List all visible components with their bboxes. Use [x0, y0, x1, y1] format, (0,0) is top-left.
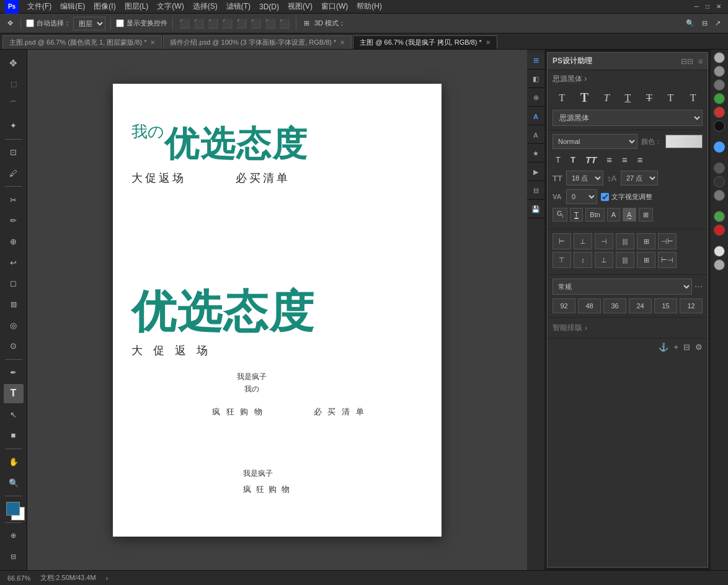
format-right-btn[interactable]: ≡ — [634, 153, 646, 167]
helper-tab-puzzle[interactable]: ⊕ — [527, 89, 544, 107]
brush-tool[interactable]: ✏ — [4, 211, 24, 231]
preset-size-12[interactable]: 12 — [680, 298, 703, 313]
grid-icon[interactable]: ⊞ — [301, 18, 312, 29]
align-top-btn[interactable]: ⊤ — [553, 252, 571, 268]
line-height-select[interactable]: 27 点 — [621, 171, 658, 185]
align-right-icon[interactable]: ⬛ — [206, 17, 220, 30]
helper-tab-star[interactable]: ★ — [527, 145, 544, 163]
font-style-regular[interactable]: T — [556, 89, 567, 106]
helper-tab-save[interactable]: 💾 — [527, 201, 544, 218]
view-mode-icon[interactable]: ⊟ — [699, 18, 710, 29]
screen-mode-tool[interactable]: ⊟ — [4, 547, 24, 566]
menu-file[interactable]: 文件(F) — [24, 0, 55, 13]
tab-plugin-psd[interactable]: 插件介绍.psd @ 100% (3 字体面板-字体设置, RGB/8) * ✕ — [163, 35, 352, 49]
auto-select-checkbox[interactable] — [26, 19, 34, 27]
pen-tool[interactable]: ✒ — [4, 363, 24, 383]
helper-tab-text-a[interactable]: A — [527, 108, 544, 125]
ps-helper-menu-icon[interactable]: ≡ — [698, 57, 703, 66]
swatch-red1[interactable] — [714, 107, 725, 118]
hand-tool[interactable]: ✋ — [4, 452, 24, 472]
format-center-btn[interactable]: ≡ — [619, 153, 631, 167]
font-style-strikethrough[interactable]: T — [644, 89, 655, 106]
magic-wand-tool[interactable]: ✦ — [4, 116, 24, 136]
move-tool-btn[interactable]: ✥ — [5, 18, 16, 29]
menu-help[interactable]: 帮助(H) — [353, 0, 386, 13]
special-a-btn[interactable]: A — [607, 208, 620, 221]
healing-tool[interactable]: ✂ — [4, 190, 24, 210]
menu-3d[interactable]: 3D(D) — [255, 1, 283, 12]
align-right-edge-btn[interactable]: ⊣ — [595, 233, 613, 249]
align-bottom-btn[interactable]: ⊥ — [595, 252, 613, 268]
align-dist2-btn[interactable]: ⊢⊣ — [658, 252, 677, 268]
minimize-button[interactable]: ─ — [692, 2, 701, 11]
helper-layers-icon[interactable]: ⊟ — [683, 342, 690, 352]
align-top-edge-btn[interactable]: ⊥ — [574, 233, 592, 249]
gradient-tool[interactable]: ▨ — [4, 295, 24, 315]
ps-helper-expand-icon[interactable]: ⊟⊟ — [681, 57, 693, 66]
format-italic-btn[interactable]: TT — [582, 153, 600, 167]
menu-edit[interactable]: 编辑(E) — [56, 0, 89, 13]
tab-close-0[interactable]: ✕ — [150, 39, 155, 46]
preset-more-icon[interactable]: ··· — [695, 281, 703, 292]
dodge-tool[interactable]: ⊙ — [4, 336, 24, 356]
menu-text[interactable]: 文字(W) — [153, 0, 187, 13]
align-left-icon[interactable]: ⬛ — [178, 17, 191, 30]
preset-size-24[interactable]: 24 — [629, 298, 652, 313]
helper-anchor-icon[interactable]: ⚓ — [659, 342, 668, 352]
special-grid-btn[interactable]: ⊞ — [639, 208, 653, 221]
font-style-underline[interactable]: T — [622, 89, 633, 106]
status-arrow-icon[interactable]: › — [106, 574, 109, 582]
color-picker[interactable] — [665, 135, 703, 148]
helper-settings-icon[interactable]: ⚙ — [695, 342, 703, 352]
smart-layout-section[interactable]: 智能排版 › — [548, 318, 708, 338]
eyedropper-tool[interactable]: 🖊 — [4, 164, 24, 184]
helper-tab-text-a2[interactable]: A — [527, 127, 544, 144]
swatch-red2[interactable] — [714, 225, 725, 236]
canvas-area[interactable]: 我の 优选态度 大促返场 必买清单 优选态度 大 促 返 场 我是疯子 我の — [27, 50, 527, 570]
move-tool[interactable]: ✥ — [4, 53, 24, 73]
tracking-select[interactable]: 0 — [566, 189, 597, 204]
tab-main-psd[interactable]: 主图.psd @ 66.7% (颜色填充 1, 图层蒙版/8) * ✕ — [2, 35, 162, 49]
font-style-bold[interactable]: T — [578, 89, 591, 106]
align-distribute-btn[interactable]: ⊣⊢ — [658, 233, 677, 249]
align-grid-btn[interactable]: ⊞ — [637, 233, 655, 249]
layer-select[interactable]: 图层 — [73, 17, 105, 30]
font-size-select[interactable]: 18 点 — [566, 171, 603, 185]
history-brush-tool[interactable]: ↩ — [4, 252, 24, 272]
search-icon[interactable]: 🔍 — [683, 18, 697, 29]
swatch-white1[interactable] — [714, 246, 725, 257]
helper-tab-layers[interactable]: ◧ — [527, 71, 544, 88]
close-button[interactable]: ✕ — [714, 2, 723, 11]
visual-adj-checkbox[interactable] — [601, 193, 609, 201]
swatch-gray2[interactable] — [714, 66, 725, 77]
format-bold-btn[interactable]: T — [567, 153, 579, 166]
tab-main-rgb[interactable]: 主图 @ 66.7% (我是疯子 拷贝, RGB/8) * ✕ — [353, 35, 497, 49]
swatch-green1[interactable] — [714, 93, 725, 104]
swatch-blue[interactable] — [714, 141, 725, 153]
swatch-white2[interactable] — [714, 259, 725, 270]
special-a-dark-btn[interactable]: A̲ — [623, 208, 636, 221]
align-middle-icon[interactable]: ⬛ — [278, 17, 291, 30]
zoom-tool[interactable]: 🔍 — [4, 473, 24, 493]
helper-add-icon[interactable]: + — [673, 342, 678, 352]
stamp-tool[interactable]: ⊕ — [4, 232, 24, 252]
format-regular-btn[interactable]: T — [553, 153, 564, 166]
distribute-v-icon[interactable]: ⬛ — [249, 17, 262, 30]
helper-tab-layers2[interactable]: ⊟ — [527, 182, 544, 200]
crop-tool[interactable]: ⊡ — [4, 143, 24, 163]
swatch-gray1[interactable] — [714, 52, 725, 63]
swatch-black[interactable] — [714, 120, 725, 132]
swatch-gray3[interactable] — [714, 79, 725, 91]
align-horiz-btn[interactable]: ||| — [616, 252, 634, 268]
preset-size-36[interactable]: 36 — [603, 298, 626, 313]
swatch-gray6[interactable] — [714, 190, 725, 201]
menu-window[interactable]: 窗口(W) — [317, 0, 352, 13]
blur-tool[interactable]: ◎ — [4, 315, 24, 335]
swatch-gray5[interactable] — [714, 176, 725, 187]
helper-tab-grid[interactable]: ⊞ — [527, 52, 544, 69]
menu-select[interactable]: 选择(S) — [189, 0, 221, 13]
eraser-tool[interactable]: ◻ — [4, 274, 24, 293]
swatch-green2[interactable] — [714, 211, 725, 222]
special-t-underline-btn[interactable]: T̲ — [570, 208, 583, 221]
menu-layer[interactable]: 图层(L) — [121, 0, 153, 13]
